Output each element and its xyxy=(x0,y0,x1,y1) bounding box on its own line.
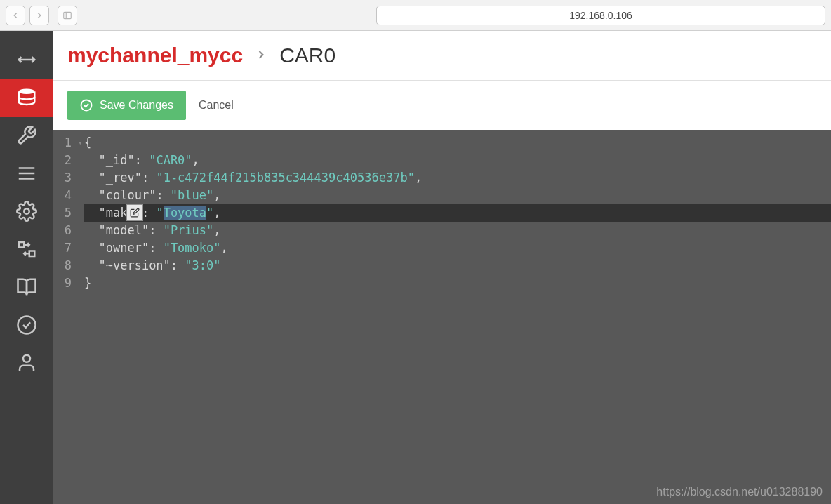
chevron-right-icon xyxy=(254,45,268,67)
code-line[interactable]: "_rev": "1-c472f44f215b835c344439c40536e… xyxy=(84,169,831,187)
field-version-value: 3:0 xyxy=(192,258,214,272)
line-number: 9 xyxy=(53,274,72,292)
sidebar-item-databases[interactable] xyxy=(0,79,53,117)
check-circle-icon xyxy=(16,314,37,336)
field-owner-value: Tomoko xyxy=(171,241,213,255)
replication-icon xyxy=(16,239,37,260)
svg-rect-0 xyxy=(64,12,72,18)
svg-rect-8 xyxy=(19,242,25,248)
user-icon xyxy=(16,352,37,373)
field-colour-value: blue xyxy=(178,188,206,202)
line-number: 7 xyxy=(53,239,72,257)
forward-button[interactable] xyxy=(29,6,49,25)
line-number: 3 xyxy=(53,169,72,187)
line-number: 4 xyxy=(53,187,72,204)
sidebar-item-user[interactable] xyxy=(0,344,53,382)
pencil-icon xyxy=(130,208,140,218)
sidebar xyxy=(0,31,53,504)
sidebar-item-tasks[interactable] xyxy=(0,154,53,192)
breadcrumb-database-link[interactable]: mychannel_mycc xyxy=(67,44,243,67)
field-model-value: Prius xyxy=(171,223,206,237)
svg-point-13 xyxy=(23,355,30,362)
line-number: 6 xyxy=(53,222,72,239)
field-id-value: CAR0 xyxy=(156,153,185,167)
code-line[interactable]: "colour": "blue", xyxy=(84,187,831,204)
sidebar-item-verify[interactable] xyxy=(0,306,53,344)
json-editor[interactable]: 1 2 3 4 5 6 7 8 9 ▾{ "_id": "CAR0", "_re… xyxy=(53,130,831,504)
sidebar-item-setup[interactable] xyxy=(0,117,53,154)
code-line[interactable]: "_id": "CAR0", xyxy=(84,152,831,169)
code-line[interactable]: "model": "Prius", xyxy=(84,222,831,239)
wrench-icon xyxy=(16,125,37,146)
action-bar: Save Changes Cancel xyxy=(53,81,831,130)
code-line[interactable]: ▾{ xyxy=(84,134,831,152)
field-rev-value: 1-c472f44f215b835c344439c40536e37b xyxy=(164,171,408,185)
svg-rect-9 xyxy=(29,251,35,257)
line-number: 1 xyxy=(53,134,72,152)
sidebar-item-resize[interactable] xyxy=(0,41,53,79)
svg-point-7 xyxy=(24,208,29,214)
breadcrumb: mychannel_mycc CAR0 xyxy=(53,31,831,81)
save-button-label: Save Changes xyxy=(100,99,173,112)
sidebar-item-documentation[interactable] xyxy=(0,268,53,306)
browser-toolbar: 192.168.0.106 xyxy=(0,0,831,31)
url-bar[interactable]: 192.168.0.106 xyxy=(376,6,825,25)
sidebar-item-replication[interactable] xyxy=(0,230,53,268)
svg-point-12 xyxy=(18,317,36,334)
url-text: 192.168.0.106 xyxy=(569,10,632,21)
line-number: 5 xyxy=(53,204,72,222)
check-circle-icon xyxy=(80,99,93,112)
save-changes-button[interactable]: Save Changes xyxy=(67,91,186,120)
code-line-active[interactable]: "make": "Toyota", xyxy=(84,204,831,222)
breadcrumb-document-id: CAR0 xyxy=(279,44,335,67)
gear-icon xyxy=(16,201,37,222)
code-line[interactable]: } xyxy=(84,274,831,292)
fold-marker-icon[interactable]: ▾ xyxy=(78,134,83,152)
code-line[interactable]: "owner": "Tomoko", xyxy=(84,239,831,257)
database-icon xyxy=(16,87,37,108)
sidebar-item-config[interactable] xyxy=(0,192,53,230)
cancel-button[interactable]: Cancel xyxy=(199,99,234,112)
watermark-text: https://blog.csdn.net/u013288190 xyxy=(656,486,823,498)
app-container: mychannel_mycc CAR0 Save Changes Cancel … xyxy=(0,31,831,504)
line-number-gutter: 1 2 3 4 5 6 7 8 9 xyxy=(53,130,79,504)
resize-horizontal-icon xyxy=(16,49,37,70)
line-number: 8 xyxy=(53,257,72,274)
svg-point-3 xyxy=(19,89,35,95)
sidebar-toggle-button[interactable] xyxy=(58,6,77,25)
code-content[interactable]: ▾{ "_id": "CAR0", "_rev": "1-c472f44f215… xyxy=(79,130,831,504)
main-content: mychannel_mycc CAR0 Save Changes Cancel … xyxy=(53,31,831,504)
edit-line-indicator[interactable] xyxy=(126,204,143,221)
line-number: 2 xyxy=(53,152,72,169)
back-button[interactable] xyxy=(6,6,25,25)
book-icon xyxy=(16,277,37,298)
tasks-icon xyxy=(16,163,37,184)
code-line[interactable]: "~version": "3:0" xyxy=(84,257,831,274)
field-make-value-selected: Toyota xyxy=(164,206,206,220)
